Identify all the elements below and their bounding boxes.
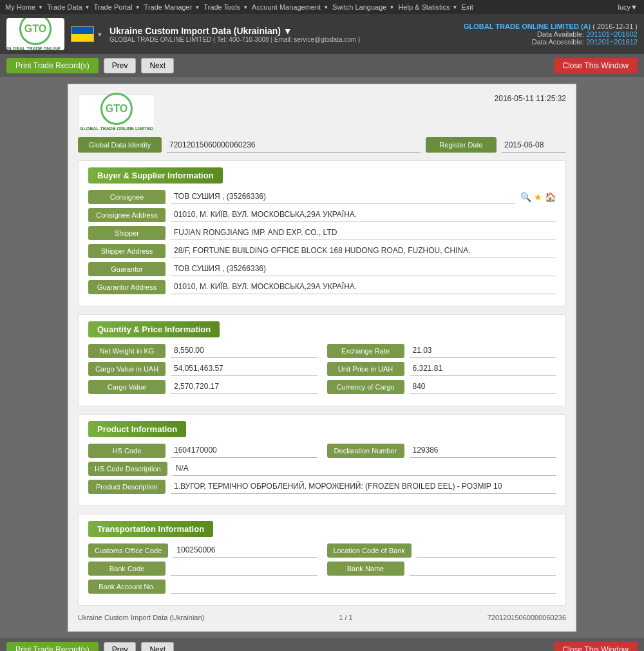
guarantor-label: Guarantor	[88, 262, 166, 276]
consignee-address-value: 01010, М. КИЇВ, ВУЛ. МОСКОВСЬКА,29А УКРА…	[171, 208, 556, 222]
header-right: GLOBAL TRADE ONLINE LIMITED (A) ( 2016-1…	[464, 23, 638, 46]
top-navigation: My Home▼ Trade Data▼ Trade Portal▼ Trade…	[0, 0, 644, 14]
buyer-supplier-header: Buyer & Supplier Information	[88, 167, 223, 184]
guarantor-address-value: 01010, М. КИЇВ, ВУЛ. МОСКОВСЬКА,29А УКРА…	[171, 280, 556, 294]
footer-pagination: 1 / 1	[339, 614, 352, 621]
company-logo: GTO GLOBAL TRADE ONLINE LIMITED	[6, 18, 64, 50]
nav-trade-manager[interactable]: Trade Manager▼	[144, 3, 202, 11]
currency-cargo-row: Currency of Cargo 840	[327, 380, 556, 394]
print-button-top[interactable]: Print Trade Record(s)	[6, 58, 99, 73]
transport-right-2: Bank Name	[327, 561, 556, 580]
quantity-price-cols: Net Weight in KG 8,550.00 Cargo Value in…	[88, 344, 556, 398]
close-button-top[interactable]: Close This Window	[554, 58, 638, 73]
transportation-header: Transportation Information	[88, 521, 213, 537]
bank-account-row: Bank Account No.	[88, 580, 556, 594]
consignee-value: ТОВ СУШИЯ , (35266336)	[171, 190, 515, 204]
record-header: GTO GLOBAL TRADE ONLINE LIMITED 2016-05-…	[78, 94, 566, 129]
data-accessible-range: 201201~201612	[586, 38, 638, 46]
hs-code-value: 1604170000	[171, 444, 317, 458]
prev-button-bottom[interactable]: Prev	[104, 642, 137, 651]
cargo-value-uah-label: Cargo Value in UAH	[88, 362, 166, 376]
guarantor-address-label: Guarantor Address	[88, 280, 166, 294]
star-icon[interactable]: ★	[534, 192, 542, 202]
consignee-row: Consignee ТОВ СУШИЯ , (35266336) 🔍 ★ 🏠	[88, 190, 556, 204]
bottom-action-bar: Print Trade Record(s) Prev Next Close Th…	[0, 638, 644, 651]
buyer-supplier-section: Buyer & Supplier Information Consignee Т…	[78, 160, 566, 307]
consignee-icons: 🔍 ★ 🏠	[520, 192, 556, 202]
guarantor-value: ТОВ СУШИЯ , (35266336)	[171, 262, 556, 276]
bank-code-row: Bank Code	[88, 561, 317, 576]
search-icon[interactable]: 🔍	[520, 192, 531, 202]
hs-code-desc-row: HS Code Description N/A	[88, 462, 556, 476]
record-logo: GTO GLOBAL TRADE ONLINE LIMITED	[78, 94, 155, 129]
location-code-bank-label: Location Code of Bank	[327, 543, 412, 558]
user-menu[interactable]: lucy▼	[618, 3, 638, 11]
shipper-address-row: Shipper Address 28/F, FORTUNE BUILDING O…	[88, 244, 556, 258]
unit-price-uah-label: Unit Price in UAH	[327, 362, 404, 376]
consignee-address-row: Consignee Address 01010, М. КИЇВ, ВУЛ. М…	[88, 208, 556, 222]
declaration-number-row: Declaration Number 129386	[327, 444, 556, 458]
transport-row1: Customs Office Code 100250006 Location C…	[88, 543, 556, 561]
shipper-address-value: 28/F, FORTUNE BUILDING OFFICE BLOCK 168 …	[171, 244, 556, 258]
next-button-bottom[interactable]: Next	[141, 642, 174, 651]
declaration-number-value: 129386	[410, 444, 556, 458]
hs-code-desc-label: HS Code Description	[88, 462, 167, 476]
cargo-value-row: Cargo Value 2,570,720.17	[88, 380, 317, 394]
net-weight-row: Net Weight in KG 8,550.00	[88, 344, 317, 358]
location-code-bank-row: Location Code of Bank	[327, 543, 556, 558]
prev-button-top[interactable]: Prev	[104, 58, 137, 73]
currency-cargo-label: Currency of Cargo	[327, 380, 404, 394]
shipper-label: Shipper	[88, 226, 166, 240]
card-footer: Ukraine Custom Import Data (Ukrainian) 1…	[78, 614, 566, 621]
nav-trade-tools[interactable]: Trade Tools▼	[204, 3, 249, 11]
flag-dropdown-arrow[interactable]: ▼	[97, 31, 103, 38]
cargo-value-uah-value: 54,051,463.57	[171, 362, 317, 376]
main-content: GTO GLOBAL TRADE ONLINE LIMITED 2016-05-…	[0, 77, 644, 638]
flag-area[interactable]: ▼	[71, 26, 103, 42]
nav-account-management[interactable]: Account Management▼	[252, 3, 330, 11]
consignee-label: Consignee	[88, 190, 166, 204]
product-header: Product Information	[88, 421, 186, 437]
transportation-section: Transportation Information Customs Offic…	[78, 514, 566, 606]
nav-my-home[interactable]: My Home▼	[5, 3, 44, 11]
nav-exit[interactable]: Exit	[461, 3, 474, 11]
transport-left-2: Bank Code	[88, 561, 317, 580]
next-button-top[interactable]: Next	[141, 58, 174, 73]
site-info: Ukraine Custom Import Data (Ukrainian) ▼…	[109, 26, 360, 43]
location-code-bank-value	[417, 543, 556, 558]
bank-account-value	[171, 580, 556, 594]
quantity-price-header: Quantity & Price Information	[88, 321, 220, 337]
nav-trade-portal[interactable]: Trade Portal▼	[94, 3, 142, 11]
product-section: Product Information HS Code 1604170000 D…	[78, 414, 566, 506]
site-subtitle: GLOBAL TRADE ONLINE LIMITED ( Tel: 400-7…	[109, 36, 360, 43]
exchange-rate-row: Exchange Rate 21.03	[327, 344, 556, 358]
qty-right-col: Exchange Rate 21.03 Unit Price in UAH 6,…	[327, 344, 556, 398]
exchange-rate-label: Exchange Rate	[327, 344, 404, 358]
data-available-range: 201101~201602	[586, 30, 638, 38]
nav-switch-language[interactable]: Switch Language▼	[332, 3, 395, 11]
register-date-value: 2015-06-08	[502, 138, 566, 153]
header-bar: GTO GLOBAL TRADE ONLINE LIMITED ▼ Ukrain…	[0, 14, 644, 54]
company-name: GLOBAL TRADE ONLINE LIMITED (A)	[464, 23, 591, 30]
hs-code-desc-value: N/A	[173, 462, 556, 476]
transport-right-1: Location Code of Bank	[327, 543, 556, 561]
close-button-bottom[interactable]: Close This Window	[554, 642, 638, 651]
shipper-address-label: Shipper Address	[88, 244, 166, 258]
unit-price-uah-row: Unit Price in UAH 6,321.81	[327, 362, 556, 376]
consignee-address-label: Consignee Address	[88, 208, 166, 222]
record-timestamp: 2016-05-11 11:25:32	[495, 94, 566, 103]
print-button-bottom[interactable]: Print Trade Record(s)	[6, 642, 99, 651]
global-data-identity-row: Global Data Identity 7201201506000006023…	[78, 137, 566, 153]
nav-help-statistics[interactable]: Help & Statistics▼	[398, 3, 459, 11]
nav-trade-data[interactable]: Trade Data▼	[47, 3, 91, 11]
record-card: GTO GLOBAL TRADE ONLINE LIMITED 2016-05-…	[68, 84, 576, 632]
bank-account-label: Bank Account No.	[88, 580, 166, 594]
quantity-price-section: Quantity & Price Information Net Weight …	[78, 314, 566, 406]
bank-name-label: Bank Name	[327, 561, 404, 576]
net-weight-value: 8,550.00	[171, 344, 317, 358]
home-icon[interactable]: 🏠	[545, 192, 556, 202]
customs-office-row: Customs Office Code 100250006	[88, 543, 317, 558]
customs-office-label: Customs Office Code	[88, 543, 168, 558]
cargo-value-uah-row: Cargo Value in UAH 54,051,463.57	[88, 362, 317, 376]
bank-code-value	[171, 561, 317, 576]
